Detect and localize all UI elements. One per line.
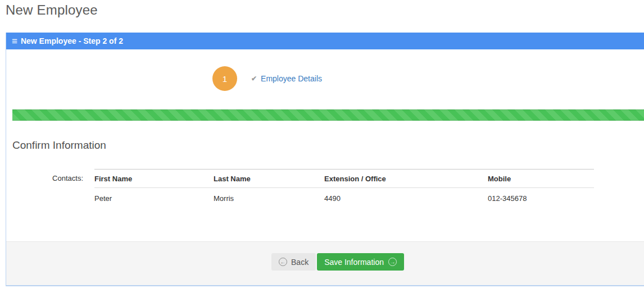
wizard-panel: ≡New Employee - Step 2 of 2 1 ✔ Employee…	[6, 33, 644, 286]
wizard-header-title: New Employee - Step 2 of 2	[21, 36, 123, 45]
step-number-badge[interactable]: 1	[212, 66, 237, 91]
column-header-extension-office: Extension / Office	[324, 170, 488, 188]
step-indicator-employee-details[interactable]: 1 ✔ Employee Details	[212, 66, 322, 91]
table-header-row: First Name Last Name Extension / Office …	[94, 170, 594, 188]
contacts-section: Contacts: First Name Last Name Extension…	[6, 169, 644, 209]
table-row: Peter Morris 4490 012-345678	[94, 188, 594, 209]
page-title: New Employee	[6, 2, 98, 18]
wizard-header: ≡New Employee - Step 2 of 2	[6, 33, 644, 49]
save-information-button[interactable]: Save Information →	[317, 253, 404, 271]
back-button-label: Back	[291, 258, 309, 267]
cell-mobile: 012-345678	[488, 188, 594, 209]
step-label: Employee Details	[261, 74, 322, 83]
menu-icon[interactable]: ≡	[12, 36, 17, 47]
contacts-label: Contacts:	[6, 169, 83, 209]
column-header-mobile: Mobile	[488, 170, 594, 188]
cell-last-name: Morris	[214, 188, 324, 209]
column-header-first-name: First Name	[94, 170, 214, 188]
circled-right-arrow-icon: →	[388, 258, 397, 266]
progress-bar	[12, 109, 644, 121]
column-header-last-name: Last Name	[214, 170, 324, 188]
wizard-body: 1 ✔ Employee Details Confirm Information…	[6, 49, 644, 241]
back-button[interactable]: ← Back	[271, 253, 316, 271]
cell-first-name: Peter	[94, 188, 214, 209]
confirm-heading: Confirm Information	[12, 139, 106, 152]
cell-extension-office: 4490	[324, 188, 488, 209]
check-icon: ✔	[251, 75, 257, 83]
circled-left-arrow-icon: ←	[279, 258, 287, 266]
wizard-footer: ← Back Save Information →	[6, 241, 644, 285]
contacts-table: First Name Last Name Extension / Office …	[94, 169, 594, 209]
save-button-label: Save Information	[324, 258, 384, 267]
